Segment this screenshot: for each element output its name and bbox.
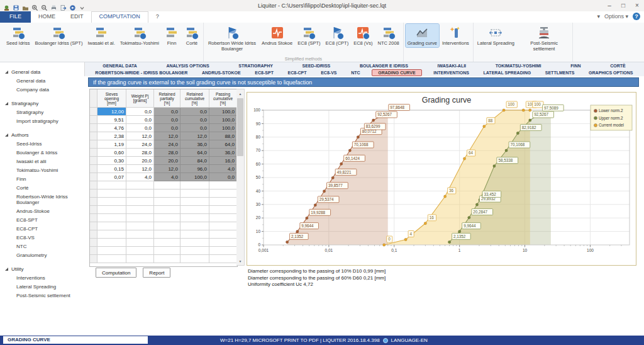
ribbon-button-boulanger-idriss-spt[interactable]: Boulanger Idriss (SPT) [33, 24, 85, 47]
tab-robertson-wride-idriss-boulanger[interactable]: ROBERTSON-WRIDE - IDRISS BOULANGER [92, 70, 190, 76]
grid-cell[interactable]: 0,60 [97, 149, 126, 157]
ribbon-button-ec8-cpt[interactable]: EC8 (CPT) [323, 24, 350, 47]
grid-cell[interactable]: 0,0 [180, 116, 209, 124]
grid-row-header[interactable] [90, 222, 97, 230]
scrollbar-thumb[interactable] [237, 98, 243, 156]
ribbon-button-ec8-spt[interactable]: EC8 (SPT) [296, 24, 322, 47]
grid-empty-cell[interactable] [180, 198, 209, 206]
tab-lateral-spreading[interactable]: LATERAL SPREADING [481, 70, 534, 76]
grid-empty-cell[interactable] [180, 255, 209, 263]
grid-column-header[interactable]: Retained partially [%] [154, 89, 180, 108]
grid-empty-cell[interactable] [97, 181, 126, 189]
ribbon-button-lateral-spreading[interactable]: Lateral Spreading [475, 24, 516, 47]
scrollbar-down-icon[interactable]: ▼ [236, 257, 244, 265]
ribbon-button-robertson-wride-idriss-boulanger[interactable]: Robertson Wride Idriss Boulanger [206, 24, 258, 52]
grid-cell[interactable]: 0,0 [180, 124, 209, 132]
grid-row-header[interactable] [90, 181, 97, 189]
grid-cell[interactable]: 12,0 [126, 132, 154, 140]
sidebar-header-utility[interactable]: Utility [0, 265, 84, 273]
tab-settlments[interactable]: SETTLMENTS [543, 70, 577, 76]
grid-cell[interactable]: 100,0 [209, 124, 237, 132]
ribbon-button-ntc-2008[interactable]: NTC 2008 [376, 24, 401, 47]
grid-empty-cell[interactable] [209, 239, 237, 247]
grid-empty-cell[interactable] [154, 230, 180, 239]
grid-column-header[interactable]: Weight Pj [grams] [126, 89, 154, 108]
grid-empty-cell[interactable] [154, 198, 180, 206]
grid-cell[interactable]: 100,0 [180, 173, 209, 181]
grid-row-header[interactable] [90, 173, 97, 181]
grid-empty-cell[interactable] [209, 247, 237, 255]
sidebar-item-ec8-spt[interactable]: EC8-SPT [0, 215, 84, 224]
grid-empty-cell[interactable] [126, 247, 154, 255]
grid-empty-cell[interactable] [97, 230, 126, 239]
tab-analysis-options[interactable]: ANALYSIS OPTIONS [164, 63, 211, 69]
app-icon[interactable] [3, 3, 10, 9]
sidebar-item-import-stratigraphy[interactable]: Import stratigraphy [0, 116, 84, 125]
tab-graphics-options[interactable]: GRAPHICS OPTIONS [586, 70, 635, 76]
grid-empty-cell[interactable] [209, 206, 237, 214]
sidebar-item-robertson-wride-idriss-boulanger[interactable]: Robertson-Wride Idriss Boulanger [0, 192, 84, 206]
sidebar-item-stratigraphy[interactable]: Stratigraphy [0, 108, 84, 116]
grid-empty-cell[interactable] [209, 189, 237, 198]
tab-grading-curve[interactable]: GRADING CURVE [372, 69, 421, 76]
grid-row-header[interactable] [90, 149, 97, 157]
grid-cell[interactable]: 36,0 [180, 140, 209, 149]
grid-empty-cell[interactable] [126, 222, 154, 230]
sidebar-item-andrus-stokoe[interactable]: Andrus-Stokoe [0, 206, 84, 215]
grid-row-header[interactable] [90, 108, 97, 116]
sidebar-item-tokimatsu-yoshimi[interactable]: Tokimatsu-Yoshimi [0, 166, 84, 174]
grid-cell[interactable]: 2,38 [97, 132, 126, 140]
grid-empty-cell[interactable] [209, 230, 237, 239]
grid-empty-cell[interactable] [126, 189, 154, 198]
tab-tokimatsu-yoshimi[interactable]: TOKIMATSU-YOSHIMI [493, 63, 544, 69]
sidebar-item-iwasaki-et-alii[interactable]: Iwasaki et alii [0, 157, 84, 166]
sidebar-item-ec8-cpt[interactable]: EC8-CPT [0, 224, 84, 233]
grid-empty-cell[interactable] [180, 247, 209, 255]
grid-cell[interactable]: 0,0 [154, 116, 180, 124]
grid-empty-cell[interactable] [97, 247, 126, 255]
grid-row-header[interactable] [90, 206, 97, 214]
menu-tab-file[interactable]: FILE [0, 11, 31, 23]
grid-cell[interactable]: 0,15 [97, 165, 126, 173]
grid-empty-cell[interactable] [97, 222, 126, 230]
grid-cell[interactable]: 0,0 [126, 116, 154, 124]
grid-cell[interactable]: 4,0 [126, 173, 154, 181]
ribbon-button-ec8-vs[interactable]: EC8 (Vs) [352, 24, 374, 47]
grid-cell[interactable]: 1,19 [97, 140, 126, 149]
grid-empty-cell[interactable] [209, 181, 237, 189]
grid-cell[interactable]: 36,0 [209, 149, 237, 157]
grid-empty-cell[interactable] [154, 247, 180, 255]
grid-empty-cell[interactable] [209, 222, 237, 230]
sidebar-item-company-data[interactable]: Company data [0, 85, 84, 94]
ribbon-button-seed-idriss[interactable]: Seed Idriss [4, 24, 32, 47]
sidebar-item-ntc[interactable]: NTC [0, 242, 84, 251]
tab-finn[interactable]: FINN [568, 63, 583, 69]
grid-cell[interactable]: 64,0 [209, 140, 237, 149]
grid-cell[interactable]: 0,0 [126, 108, 154, 116]
ribbon-button-post-seismic-settlement[interactable]: Post-Seismic settlement [518, 24, 570, 52]
grid-empty-cell[interactable] [209, 255, 237, 263]
grid-cell[interactable]: 20,0 [154, 157, 180, 165]
tab-ec8-spt[interactable]: EC8-SPT [252, 70, 276, 76]
grid-empty-cell[interactable] [154, 239, 180, 247]
tab-cort[interactable]: CORTÈ [608, 63, 628, 69]
grid-cell[interactable]: 100,0 [209, 116, 237, 124]
grid-empty-cell[interactable] [97, 206, 126, 214]
grid-empty-cell[interactable] [97, 255, 126, 263]
grid-cell[interactable]: 4,76 [97, 124, 126, 132]
computation-button[interactable]: Computation [96, 268, 136, 278]
grid-row-header[interactable] [90, 124, 97, 132]
menu-tab-computation[interactable]: COMPUTATION [91, 11, 148, 23]
grid-empty-cell[interactable] [154, 214, 180, 222]
tab-interventions[interactable]: INTERVENTIONS [431, 70, 472, 76]
grid-empty-cell[interactable] [97, 214, 126, 222]
grid-cell[interactable]: 4,0 [154, 173, 180, 181]
grid-row-header[interactable] [90, 230, 97, 239]
tab-iwasaki-alii[interactable]: IWASAKI-ALII [435, 63, 469, 69]
ribbon-button-cort[interactable]: Cortè [182, 24, 201, 47]
ribbon-button-iwasaki-et-al[interactable]: Iwasaki et al. [86, 24, 116, 47]
grid-empty-cell[interactable] [97, 198, 126, 206]
ribbon-button-grading-curve[interactable]: Grading curve [406, 24, 439, 47]
grid-cell[interactable]: 12,0 [154, 132, 180, 140]
status-language[interactable]: LANGUAGE-EN [391, 337, 428, 343]
